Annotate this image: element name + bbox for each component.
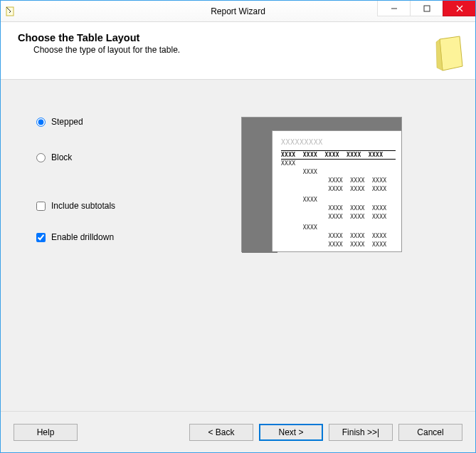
option-include-subtotals[interactable]: Include subtotals (36, 201, 207, 211)
maximize-button[interactable] (410, 1, 443, 16)
app-icon (5, 6, 16, 17)
next-button[interactable]: Next > (259, 424, 323, 441)
include-subtotals-checkbox[interactable] (36, 202, 46, 211)
minimize-button[interactable] (377, 1, 410, 16)
stepped-radio[interactable] (36, 118, 46, 127)
option-block[interactable]: Block (36, 152, 207, 162)
svg-marker-5 (440, 36, 462, 71)
back-button[interactable]: < Back (189, 424, 253, 441)
wizard-content: Stepped Block Include subtotals Enable d… (1, 79, 475, 452)
wizard-header: Choose the Table Layout Choose the type … (1, 22, 475, 79)
report-page-icon (435, 35, 465, 72)
layout-preview: XXXXXXXXX XXXX XXXX XXXX XXXX XXXX XXXX … (241, 117, 402, 252)
help-button[interactable]: Help (14, 424, 78, 441)
window-controls (377, 1, 475, 16)
page-title: Choose the Table Layout (18, 32, 461, 43)
block-radio[interactable] (36, 153, 46, 162)
option-enable-drilldown[interactable]: Enable drilldown (36, 232, 207, 242)
enable-drilldown-checkbox[interactable] (36, 233, 46, 242)
wizard-footer: Help < Back Next > Finish >>| Cancel (1, 411, 475, 452)
option-stepped[interactable]: Stepped (36, 117, 207, 127)
svg-rect-2 (424, 6, 430, 11)
stepped-label[interactable]: Stepped (51, 117, 83, 127)
preview-page: XXXXXXXXX XXXX XXXX XXXX XXXX XXXX XXXX … (272, 130, 401, 251)
finish-button[interactable]: Finish >>| (329, 424, 393, 441)
include-subtotals-label[interactable]: Include subtotals (51, 201, 115, 211)
enable-drilldown-label[interactable]: Enable drilldown (51, 232, 114, 242)
titlebar: Report Wizard (1, 1, 475, 22)
layout-options: Stepped Block Include subtotals Enable d… (36, 117, 207, 264)
page-subtitle: Choose the type of layout for the table. (33, 45, 461, 55)
cancel-button[interactable]: Cancel (398, 424, 462, 441)
block-label[interactable]: Block (51, 152, 72, 162)
close-button[interactable] (443, 1, 475, 16)
